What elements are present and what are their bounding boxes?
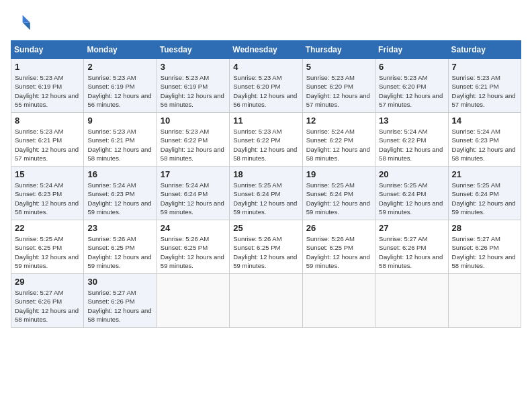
day-detail: Sunrise: 5:27 AMSunset: 6:26 PMDaylight:… [379,234,444,270]
table-row: 20Sunrise: 5:25 AMSunset: 6:24 PMDayligh… [375,167,448,220]
day-detail: Sunrise: 5:24 AMSunset: 6:23 PMDaylight:… [15,181,80,216]
day-number: 15 [15,169,80,179]
day-detail: Sunrise: 5:23 AMSunset: 6:19 PMDaylight:… [87,73,152,109]
day-detail: Sunrise: 5:23 AMSunset: 6:21 PMDaylight:… [452,73,517,109]
day-number: 25 [233,223,298,233]
logo [11,11,35,32]
col-monday: Monday [84,41,157,59]
day-number: 1 [15,62,80,72]
table-row: 12Sunrise: 5:24 AMSunset: 6:22 PMDayligh… [302,113,375,167]
svg-marker-1 [23,23,30,30]
table-row: 25Sunrise: 5:26 AMSunset: 6:25 PMDayligh… [230,220,302,274]
day-number: 9 [87,116,152,126]
day-detail: Sunrise: 5:26 AMSunset: 6:25 PMDaylight:… [306,234,371,270]
day-detail: Sunrise: 5:24 AMSunset: 6:22 PMDaylight:… [306,127,371,163]
day-detail: Sunrise: 5:27 AMSunset: 6:26 PMDaylight:… [452,234,517,270]
table-row: 27Sunrise: 5:27 AMSunset: 6:26 PMDayligh… [375,220,448,274]
day-detail: Sunrise: 5:23 AMSunset: 6:20 PMDaylight:… [233,73,298,109]
day-detail: Sunrise: 5:23 AMSunset: 6:19 PMDaylight:… [161,73,226,109]
day-detail: Sunrise: 5:25 AMSunset: 6:24 PMDaylight:… [233,181,298,216]
calendar-body: 1Sunrise: 5:23 AMSunset: 6:19 PMDaylight… [11,59,521,328]
table-row: 1Sunrise: 5:23 AMSunset: 6:19 PMDaylight… [11,59,84,113]
page-header [11,11,521,32]
day-number: 22 [15,223,80,233]
day-number: 13 [379,116,444,126]
day-detail: Sunrise: 5:26 AMSunset: 6:25 PMDaylight:… [161,234,226,270]
col-thursday: Thursday [302,41,375,59]
calendar-header-row: Sunday Monday Tuesday Wednesday Thursday… [11,41,521,59]
day-number: 7 [452,62,517,72]
day-number: 5 [306,62,371,72]
day-detail: Sunrise: 5:26 AMSunset: 6:25 PMDaylight:… [87,234,152,270]
day-number: 27 [379,223,444,233]
table-row: 17Sunrise: 5:24 AMSunset: 6:24 PMDayligh… [157,167,229,220]
empty-cell [448,274,521,328]
day-number: 3 [161,62,226,72]
day-detail: Sunrise: 5:23 AMSunset: 6:22 PMDaylight:… [161,127,226,163]
day-number: 17 [161,169,226,179]
table-row: 16Sunrise: 5:24 AMSunset: 6:23 PMDayligh… [84,167,157,220]
day-number: 14 [452,116,517,126]
table-row: 6Sunrise: 5:23 AMSunset: 6:20 PMDaylight… [375,59,448,113]
logo-icon [11,11,32,32]
day-detail: Sunrise: 5:25 AMSunset: 6:24 PMDaylight:… [452,181,517,216]
day-detail: Sunrise: 5:25 AMSunset: 6:24 PMDaylight:… [379,181,444,216]
day-number: 20 [379,169,444,179]
day-number: 29 [15,277,80,287]
day-detail: Sunrise: 5:24 AMSunset: 6:23 PMDaylight:… [452,127,517,163]
day-number: 23 [87,223,152,233]
table-row: 11Sunrise: 5:23 AMSunset: 6:22 PMDayligh… [230,113,302,167]
day-detail: Sunrise: 5:25 AMSunset: 6:24 PMDaylight:… [306,181,371,216]
day-detail: Sunrise: 5:23 AMSunset: 6:22 PMDaylight:… [233,127,298,163]
day-detail: Sunrise: 5:23 AMSunset: 6:19 PMDaylight:… [15,73,80,109]
table-row: 22Sunrise: 5:25 AMSunset: 6:25 PMDayligh… [11,220,84,274]
day-detail: Sunrise: 5:24 AMSunset: 6:22 PMDaylight:… [379,127,444,163]
table-row: 30Sunrise: 5:27 AMSunset: 6:26 PMDayligh… [84,274,157,328]
table-row: 4Sunrise: 5:23 AMSunset: 6:20 PMDaylight… [230,59,302,113]
empty-cell [230,274,302,328]
day-detail: Sunrise: 5:23 AMSunset: 6:20 PMDaylight:… [306,73,371,109]
day-detail: Sunrise: 5:26 AMSunset: 6:25 PMDaylight:… [233,234,298,270]
table-row: 28Sunrise: 5:27 AMSunset: 6:26 PMDayligh… [448,220,521,274]
table-row: 7Sunrise: 5:23 AMSunset: 6:21 PMDaylight… [448,59,521,113]
table-row: 26Sunrise: 5:26 AMSunset: 6:25 PMDayligh… [302,220,375,274]
day-detail: Sunrise: 5:25 AMSunset: 6:25 PMDaylight:… [15,234,80,270]
day-detail: Sunrise: 5:27 AMSunset: 6:26 PMDaylight:… [87,288,152,324]
day-number: 21 [452,169,517,179]
day-detail: Sunrise: 5:24 AMSunset: 6:23 PMDaylight:… [87,181,152,216]
table-row: 29Sunrise: 5:27 AMSunset: 6:26 PMDayligh… [11,274,84,328]
day-number: 10 [161,116,226,126]
col-wednesday: Wednesday [230,41,302,59]
table-row: 8Sunrise: 5:23 AMSunset: 6:21 PMDaylight… [11,113,84,167]
empty-cell [375,274,448,328]
day-detail: Sunrise: 5:23 AMSunset: 6:20 PMDaylight:… [379,73,444,109]
table-row: 13Sunrise: 5:24 AMSunset: 6:22 PMDayligh… [375,113,448,167]
day-number: 19 [306,169,371,179]
day-number: 4 [233,62,298,72]
empty-cell [157,274,229,328]
day-number: 18 [233,169,298,179]
table-row: 18Sunrise: 5:25 AMSunset: 6:24 PMDayligh… [230,167,302,220]
day-detail: Sunrise: 5:27 AMSunset: 6:26 PMDaylight:… [15,288,80,324]
table-row: 24Sunrise: 5:26 AMSunset: 6:25 PMDayligh… [157,220,229,274]
table-row: 14Sunrise: 5:24 AMSunset: 6:23 PMDayligh… [448,113,521,167]
table-row: 10Sunrise: 5:23 AMSunset: 6:22 PMDayligh… [157,113,229,167]
day-number: 28 [452,223,517,233]
table-row: 9Sunrise: 5:23 AMSunset: 6:21 PMDaylight… [84,113,157,167]
day-detail: Sunrise: 5:23 AMSunset: 6:21 PMDaylight:… [15,127,80,163]
day-number: 26 [306,223,371,233]
svg-marker-0 [23,15,30,22]
day-number: 24 [161,223,226,233]
table-row: 15Sunrise: 5:24 AMSunset: 6:23 PMDayligh… [11,167,84,220]
table-row: 23Sunrise: 5:26 AMSunset: 6:25 PMDayligh… [84,220,157,274]
day-detail: Sunrise: 5:23 AMSunset: 6:21 PMDaylight:… [87,127,152,163]
table-row: 19Sunrise: 5:25 AMSunset: 6:24 PMDayligh… [302,167,375,220]
col-tuesday: Tuesday [157,41,229,59]
day-number: 30 [87,277,152,287]
table-row: 3Sunrise: 5:23 AMSunset: 6:19 PMDaylight… [157,59,229,113]
day-number: 8 [15,116,80,126]
col-friday: Friday [375,41,448,59]
table-row: 2Sunrise: 5:23 AMSunset: 6:19 PMDaylight… [84,59,157,113]
col-saturday: Saturday [448,41,521,59]
day-number: 12 [306,116,371,126]
